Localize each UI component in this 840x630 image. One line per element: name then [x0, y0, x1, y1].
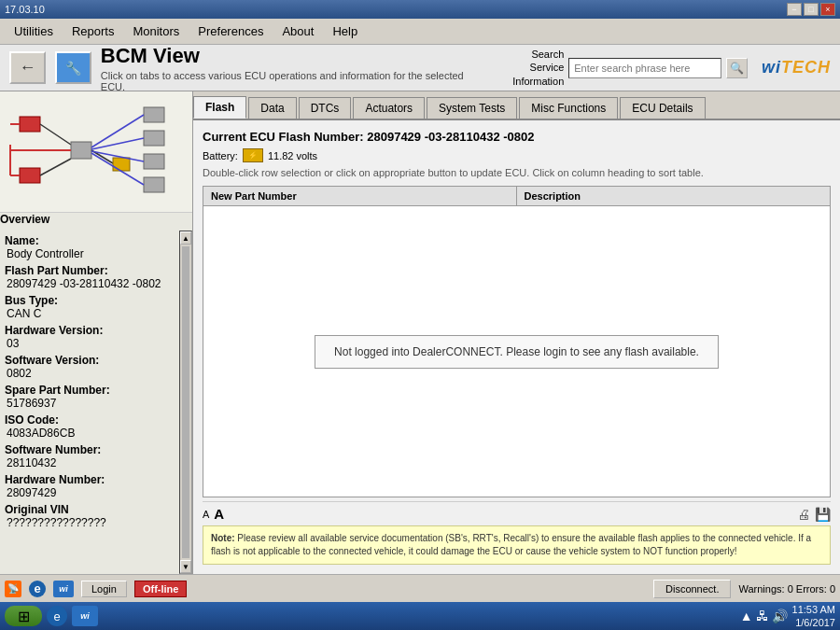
sw-version-label: Software Version:	[5, 354, 175, 367]
tab-actuators[interactable]: Actuators	[353, 97, 425, 119]
col-part-number[interactable]: New Part Number	[203, 187, 517, 205]
menu-monitors[interactable]: Monitors	[123, 21, 189, 42]
close-button[interactable]: ×	[820, 3, 835, 16]
note-area: Note: Please review all available servic…	[203, 525, 831, 565]
iso-code-value: 4083AD86CB	[7, 427, 175, 440]
flash-part-label: Flash Part Number:	[5, 264, 175, 277]
tabs-bar: Flash Data DTCs Actuators System Tests M…	[193, 91, 840, 120]
menu-help[interactable]: Help	[323, 21, 367, 42]
tab-misc-functions[interactable]: Misc Functions	[519, 97, 618, 119]
svg-line-12	[91, 138, 144, 149]
overview-data: Name: Body Controller Flash Part Number:…	[0, 234, 179, 529]
status-left: 📡 e wi Login Off-line	[5, 581, 187, 597]
overview-section: Overview Name: Body Controller Flash Par…	[0, 213, 192, 574]
disconnect-button[interactable]: Disconnect.	[653, 580, 731, 598]
login-button[interactable]: Login	[81, 581, 127, 597]
main-content: Overview Name: Body Controller Flash Par…	[0, 91, 840, 574]
spare-part-label: Spare Part Number:	[5, 384, 175, 397]
battery-row: Battery: ⚡ 11.82 volts	[203, 148, 831, 162]
scroll-down-arrow[interactable]: ▼	[180, 560, 191, 573]
network-tray-icon: 🖧	[756, 609, 769, 623]
rss-icon: 📡	[5, 581, 21, 597]
tab-data[interactable]: Data	[248, 97, 296, 119]
network-diagram	[0, 91, 192, 213]
hw-version-value: 03	[7, 337, 175, 350]
windows-icon: ⊞	[18, 608, 30, 625]
search-button[interactable]: 🔍	[726, 58, 748, 78]
svg-rect-9	[144, 154, 164, 169]
instruction-text: Double-click row selection or click on a…	[203, 167, 831, 178]
menu-utilities[interactable]: Utilities	[5, 21, 63, 42]
status-right: Disconnect. Warnings: 0 Errors: 0	[653, 580, 835, 598]
page-subtitle: Click on tabs to access various ECU oper…	[101, 70, 480, 92]
back-button[interactable]: ←	[9, 51, 46, 84]
volume-tray-icon[interactable]: 🔊	[772, 609, 788, 623]
svg-line-11	[91, 115, 144, 147]
orig-vin-value: ????????????????	[7, 516, 175, 529]
font-increase-button[interactable]: A	[214, 506, 224, 522]
clock-date: 1/6/2017	[792, 616, 835, 629]
scrollbar-track[interactable]: ▲ ▼	[179, 231, 192, 574]
battery-icon: ⚡	[243, 148, 263, 162]
network-svg	[6, 93, 188, 210]
ecm-icon: 🔧	[55, 51, 91, 84]
sw-number-value: 28110432	[7, 456, 175, 469]
battery-value: 11.82 volts	[268, 150, 317, 161]
search-icon: 🔍	[730, 62, 744, 75]
overview-scroll[interactable]: Name: Body Controller Flash Part Number:…	[0, 231, 179, 574]
flash-part-value: 28097429 -03-28110432 -0802	[7, 277, 175, 290]
ie-icon: e	[29, 581, 46, 597]
witech-logo: wiTECH	[762, 58, 831, 77]
warnings-text: Warnings: 0 Errors: 0	[738, 583, 835, 595]
taskbar-time: 11:53 AM 1/6/2017	[792, 603, 835, 630]
status-bar: 📡 e wi Login Off-line Disconnect. Warnin…	[0, 574, 840, 602]
name-label: Name:	[5, 234, 175, 247]
menu-reports[interactable]: Reports	[63, 21, 124, 42]
hw-number-value: 28097429	[7, 486, 175, 499]
tab-flash[interactable]: Flash	[193, 96, 246, 119]
taskbar-wi-icon[interactable]: wi	[72, 606, 98, 626]
menu-bar: Utilities Reports Monitors Preferences A…	[0, 19, 840, 45]
offline-badge: Off-line	[134, 581, 188, 597]
scroll-up-arrow[interactable]: ▲	[180, 231, 191, 245]
taskbar-ie-icon[interactable]: e	[47, 606, 67, 626]
tray-arrow-icon[interactable]: ▲	[740, 609, 753, 623]
tab-system-tests[interactable]: System Tests	[427, 97, 517, 119]
overview-inner: Name: Body Controller Flash Part Number:…	[0, 231, 192, 574]
header-text: BCM View Click on tabs to access various…	[101, 44, 480, 92]
minimize-button[interactable]: −	[787, 3, 802, 16]
left-panel: Overview Name: Body Controller Flash Par…	[0, 91, 193, 574]
search-input[interactable]	[568, 58, 721, 78]
window-controls: − □ ×	[787, 3, 835, 16]
print-icon[interactable]: 🖨	[797, 507, 810, 522]
back-arrow-icon: ←	[19, 58, 35, 77]
svg-rect-7	[144, 107, 164, 122]
taskbar-left: ⊞ e wi	[5, 606, 98, 626]
header-area: ← 🔧 BCM View Click on tabs to access var…	[0, 45, 840, 91]
svg-rect-4	[71, 142, 91, 159]
tab-dtcs[interactable]: DTCs	[299, 97, 352, 119]
flash-number: Current ECU Flash Number: 28097429 -03-2…	[203, 130, 831, 144]
menu-about[interactable]: About	[273, 21, 323, 42]
right-panel: Flash Data DTCs Actuators System Tests M…	[193, 91, 840, 574]
menu-preferences[interactable]: Preferences	[189, 21, 273, 42]
spare-part-value: 51786937	[7, 397, 175, 410]
svg-line-2	[40, 124, 71, 145]
content-area: Current ECU Flash Number: 28097429 -03-2…	[193, 120, 840, 574]
table-body: Not logged into DealerCONNECT. Please lo…	[203, 206, 830, 497]
name-value: Body Controller	[7, 247, 175, 260]
orig-vin-label: Original VIN	[5, 503, 175, 516]
font-decrease-button[interactable]: A	[203, 509, 209, 520]
start-button[interactable]: ⊞	[5, 606, 42, 626]
save-icon[interactable]: 💾	[815, 507, 831, 522]
battery-label: Battery:	[203, 150, 238, 161]
col-description[interactable]: Description	[517, 187, 831, 205]
system-tray: ▲ 🖧 🔊	[740, 609, 788, 623]
note-text: Please review all available service docu…	[211, 533, 811, 556]
taskbar: ⊞ e wi ▲ 🖧 🔊 11:53 AM 1/6/2017	[0, 602, 840, 630]
tab-ecu-details[interactable]: ECU Details	[620, 97, 705, 119]
content-icons: 🖨 💾	[797, 507, 831, 522]
title-bar: 17.03.10 − □ ×	[0, 0, 840, 19]
scroll-thumb[interactable]	[182, 246, 189, 558]
maximize-button[interactable]: □	[804, 3, 819, 16]
